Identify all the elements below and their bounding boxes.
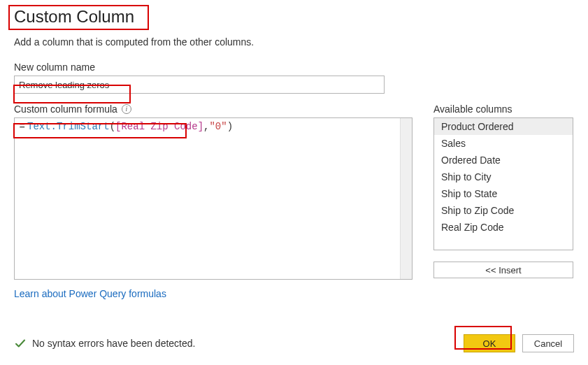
available-columns-label: Available columns	[433, 103, 573, 115]
formula-editor[interactable]: = Text.TrimStart([Real Zip Code],"0")	[14, 117, 413, 280]
formula-scrollbar[interactable]	[400, 118, 412, 279]
ok-button[interactable]: OK	[464, 334, 515, 352]
formula-gutter-equals: =	[15, 118, 27, 279]
formula-text[interactable]: Text.TrimStart([Real Zip Code],"0")	[27, 118, 400, 279]
dialog-title: Custom Column	[14, 7, 134, 27]
formula-label-text: Custom column formula	[14, 103, 117, 115]
cancel-button[interactable]: Cancel	[522, 334, 574, 352]
new-column-name-input[interactable]	[14, 76, 385, 94]
dialog-footer: No syntax errors have been detected. OK …	[14, 334, 574, 352]
list-item[interactable]: Sales	[434, 135, 573, 152]
new-column-name-label: New column name	[14, 62, 574, 73]
list-item[interactable]: Real Zip Code	[434, 219, 573, 236]
list-item[interactable]: Ship to Zip Code	[434, 202, 573, 219]
list-item[interactable]: Ship to City	[434, 169, 573, 185]
status-text: No syntax errors have been detected.	[32, 338, 195, 349]
list-item[interactable]: Product Ordered	[434, 118, 573, 135]
check-icon	[14, 337, 27, 350]
insert-button[interactable]: << Insert	[433, 262, 573, 278]
available-columns-list[interactable]: Product Ordered Sales Ordered Date Ship …	[433, 117, 573, 250]
learn-link[interactable]: Learn about Power Query formulas	[14, 288, 166, 299]
list-item[interactable]: Ordered Date	[434, 152, 573, 169]
dialog-subtitle: Add a column that is computed from the o…	[14, 36, 574, 48]
list-item[interactable]: Ship to State	[434, 185, 573, 202]
button-row: OK Cancel	[464, 334, 574, 352]
status-row: No syntax errors have been detected.	[14, 337, 195, 350]
custom-column-dialog: Custom Column Add a column that is compu…	[0, 0, 588, 306]
formula-label: Custom column formula i	[14, 103, 413, 115]
info-icon[interactable]: i	[122, 104, 131, 114]
